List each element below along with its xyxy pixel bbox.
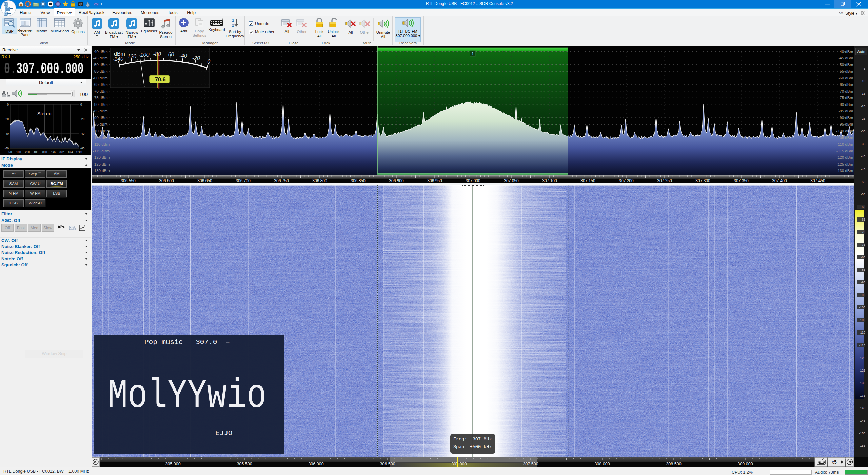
svg-text:1: 1 [232,18,234,23]
svg-text:-40: -40 [80,132,85,135]
svg-text:-60 dBm: -60 dBm [93,76,107,80]
svg-text:-5: -5 [863,66,865,70]
svg-text:-85 dBm: -85 dBm [93,109,107,113]
svg-text:-85: -85 [861,268,865,271]
svg-text:-90 dBm: -90 dBm [93,116,107,120]
svg-text:-65: -65 [861,217,865,221]
svg-text:307.450: 307.450 [810,178,825,183]
svg-text:x5: x5 [832,459,837,465]
svg-text:-90: -90 [861,280,865,284]
svg-text:307.000: 307.000 [451,462,467,467]
svg-text:305.500: 305.500 [237,462,252,467]
svg-text:3k2: 3k2 [59,150,64,154]
svg-text:2: 2 [232,23,234,28]
svg-text:-60: -60 [5,147,9,150]
svg-text:-110 dBm: -110 dBm [836,142,853,146]
svg-text:-115: -115 [859,343,865,347]
svg-text:-45: -45 [861,167,865,171]
svg-text:-125 dBm: -125 dBm [93,162,110,166]
svg-text:306.950: 306.950 [427,178,442,183]
svg-text:307.250: 307.250 [657,178,672,183]
svg-text:-95 dBm: -95 dBm [839,122,853,126]
svg-text:-40 dBm: -40 dBm [839,50,853,54]
svg-text:-50 dBm: -50 dBm [839,63,853,67]
svg-text:-90 dBm: -90 dBm [839,116,853,120]
svg-text:-130: -130 [859,381,865,385]
svg-text:-45 dBm: -45 dBm [839,56,853,60]
svg-text:307.400: 307.400 [772,178,787,183]
svg-text:-120 dBm: -120 dBm [836,155,853,159]
svg-text:307.150: 307.150 [580,178,595,183]
svg-text:306.000: 306.000 [308,462,323,467]
svg-text:-20: -20 [861,104,865,108]
svg-text:307.200: 307.200 [619,178,634,183]
svg-text:6k4: 6k4 [68,150,73,154]
svg-text:307.300: 307.300 [695,178,710,183]
svg-text:-105 dBm: -105 dBm [836,136,853,140]
svg-text:-20: -20 [80,117,85,121]
svg-text:306.900: 306.900 [389,178,404,183]
svg-text:308.500: 308.500 [666,462,681,467]
svg-text:-140: -140 [859,406,865,410]
svg-text:-125 dBm: -125 dBm [836,162,853,166]
svg-text:-65 dBm: -65 dBm [93,82,107,87]
svg-text:-120 dBm: -120 dBm [93,155,110,159]
svg-text:306.700: 306.700 [236,178,251,183]
svg-text:800: 800 [42,150,47,154]
svg-text:-75 dBm: -75 dBm [839,96,853,100]
svg-text:-135: -135 [859,394,865,397]
svg-text:306.800: 306.800 [312,178,327,183]
svg-text:-40: -40 [179,53,187,59]
svg-text:-130 dBm: -130 dBm [93,169,110,173]
svg-text:-55 dBm: -55 dBm [93,69,107,73]
svg-text:-50 dBm: -50 dBm [93,63,107,67]
svg-text:-45 dBm: -45 dBm [93,56,107,60]
svg-text:-65 dBm: -65 dBm [839,82,853,87]
svg-text:0: 0 [80,103,82,106]
svg-text:-60: -60 [80,147,85,150]
svg-text:307.100: 307.100 [542,178,557,183]
svg-text:-10: -10 [861,79,865,83]
svg-text:-15: -15 [861,92,865,95]
svg-text:305.000: 305.000 [165,462,180,467]
svg-text:308.000: 308.000 [594,462,610,467]
svg-text:-55: -55 [861,192,865,196]
svg-text:-80 dBm: -80 dBm [93,102,107,107]
svg-text:-20: -20 [192,55,200,61]
svg-text:0: 0 [207,59,210,64]
svg-text:-35: -35 [861,142,865,146]
svg-text:-120: -120 [859,356,865,360]
svg-text:100: 100 [16,150,21,154]
svg-text:-95 dBm: -95 dBm [93,122,107,126]
svg-text:307.500: 307.500 [523,462,538,467]
svg-text:-140: -140 [113,56,123,62]
svg-text:-70.6: -70.6 [153,76,166,82]
svg-text:-75: -75 [861,243,865,246]
svg-text:-40 dBm: -40 dBm [93,50,107,54]
svg-text:-130 dBm: -130 dBm [836,169,853,173]
svg-text:-80: -80 [861,255,865,259]
svg-text:306.650: 306.650 [197,178,212,183]
svg-text:307.050: 307.050 [504,178,519,183]
svg-text:Stereo: Stereo [37,111,51,116]
svg-text:-100: -100 [859,305,865,309]
svg-text:-30: -30 [861,129,865,133]
svg-text:Auto: Auto [857,50,865,54]
svg-text:12k8: 12k8 [76,150,82,154]
svg-text:306.750: 306.750 [274,178,289,183]
svg-text:-60 dBm: -60 dBm [839,76,853,80]
svg-text:-115 dBm: -115 dBm [93,149,110,153]
svg-text:-80: -80 [153,51,161,57]
svg-text:-40: -40 [861,154,865,158]
svg-text:400: 400 [34,150,38,154]
svg-text:307.350: 307.350 [734,178,749,183]
svg-text:50: 50 [8,150,12,154]
svg-text:-110 dBm: -110 dBm [93,142,110,146]
svg-text:306.500: 306.500 [380,462,395,467]
svg-text:-40: -40 [5,132,9,135]
svg-text:-20: -20 [5,117,9,121]
svg-text:-145: -145 [859,419,865,422]
svg-text:-95: -95 [861,293,865,297]
svg-text:-100 dBm: -100 dBm [836,129,853,133]
svg-text:-70 dBm: -70 dBm [93,89,107,93]
